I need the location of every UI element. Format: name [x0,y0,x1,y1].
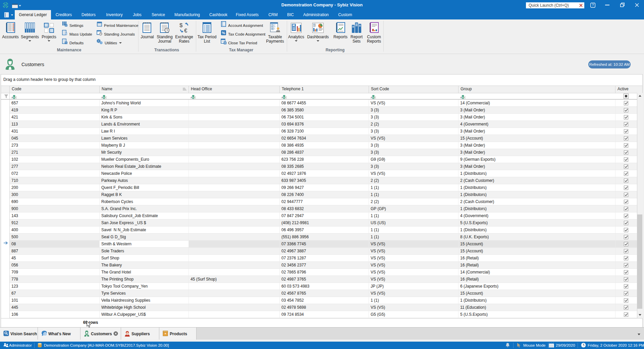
svg-text:B: B [193,96,194,98]
svg-text:B: B [373,96,374,98]
svg-text:%: % [222,31,225,35]
svg-text:$: $ [179,22,183,29]
svg-text:C: C [195,96,196,98]
svg-text:C: C [464,96,466,98]
svg-text:A: A [460,96,462,98]
svg-text:C: C [15,96,17,98]
svg-text:€: € [184,28,187,33]
svg-text:A: A [371,96,372,98]
svg-text:B: B [283,96,285,98]
svg-text:?: ? [592,3,594,7]
svg-text:A: A [11,96,13,98]
svg-text:A: A [281,96,283,98]
svg-text:C: C [285,96,287,98]
svg-text:A: A [101,96,103,98]
svg-text:C: C [105,96,107,98]
svg-text:B: B [103,96,105,98]
svg-text:C: C [375,96,376,98]
svg-text:B: B [13,96,15,98]
svg-text:B: B [462,96,464,98]
svg-text:A: A [191,96,192,98]
